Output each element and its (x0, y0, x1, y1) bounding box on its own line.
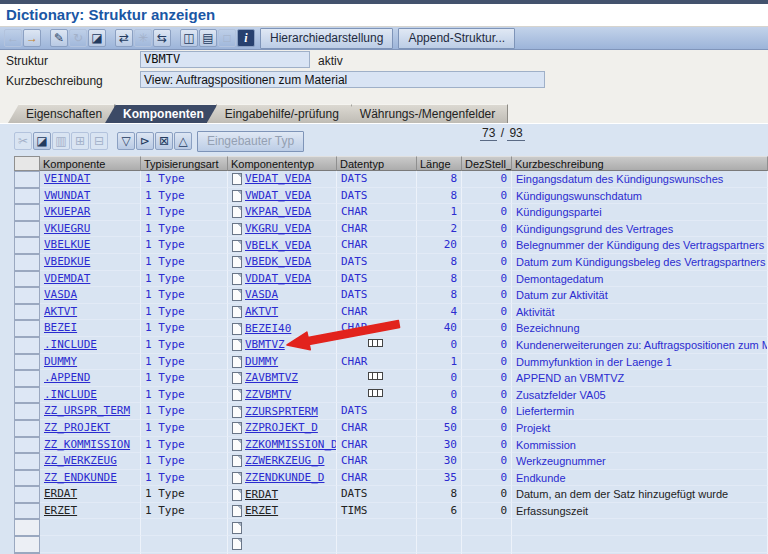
component-link[interactable]: BEZEI (44, 321, 77, 334)
row-select-cell[interactable] (14, 453, 40, 470)
row-select-cell[interactable] (14, 304, 40, 321)
row-select-cell[interactable] (14, 486, 40, 503)
component-link[interactable]: VDEMDAT (44, 272, 90, 285)
kurzbeschreibung-input[interactable]: View: Auftragspositionen zum Material (140, 71, 545, 88)
komponententyp-cell[interactable]: ZZWERKZEUG_D (228, 453, 337, 470)
component-cell[interactable]: VBEDKUE (40, 254, 141, 271)
hierarchy-boxes-icon[interactable]: ◫ (180, 29, 198, 47)
row-select-cell[interactable] (14, 254, 40, 271)
component-link[interactable]: VEINDAT (44, 172, 90, 185)
delete-entry-icon[interactable]: ⊠ (155, 132, 173, 150)
component-cell[interactable]: VKUEPAR (40, 204, 141, 221)
column-header-l-nge[interactable]: Länge (417, 156, 462, 171)
position-current[interactable]: 73 (480, 126, 497, 141)
komponententyp-cell[interactable]: ZZURSPRTERM (228, 403, 337, 420)
forward-icon[interactable]: → (23, 29, 41, 47)
component-link[interactable]: VWUNDAT (44, 189, 90, 202)
hierarchiedarstellung-button[interactable]: Hierarchiedarstellung (260, 28, 393, 49)
component-cell[interactable]: VEINDAT (40, 171, 141, 188)
komponententyp-link[interactable]: VBELK_VEDA (245, 239, 311, 253)
row-select-cell[interactable] (14, 437, 40, 454)
component-cell[interactable]: ZZ_WERKZEUG (40, 453, 141, 470)
where-used-icon[interactable]: ⇄ (115, 29, 133, 47)
komponententyp-cell[interactable]: ERZET (228, 503, 337, 520)
component-link[interactable]: VBELKUE (44, 238, 90, 251)
komponententyp-link[interactable]: VASDA (245, 288, 278, 302)
komponententyp-cell[interactable]: ZZENDKUNDE_D (228, 470, 337, 487)
component-cell[interactable]: VDEMDAT (40, 271, 141, 288)
component-cell[interactable]: BEZEI (40, 320, 141, 337)
komponententyp-cell[interactable]: ZAVBMTVZ (228, 370, 337, 387)
komponententyp-cell[interactable] (228, 536, 337, 553)
komponententyp-cell[interactable]: VKPAR_VEDA (228, 204, 337, 221)
component-cell[interactable]: .INCLUDE (40, 337, 141, 354)
komponententyp-cell[interactable]: AKTVT (228, 304, 337, 321)
row-select-cell[interactable] (14, 337, 40, 354)
append-struktur-button[interactable]: Append-Struktur... (398, 28, 515, 49)
component-cell[interactable] (40, 536, 141, 553)
column-header-datentyp[interactable]: Datentyp (337, 156, 417, 171)
tab-komponenten[interactable]: Komponenten (105, 104, 217, 123)
row-select-cell[interactable] (14, 354, 40, 371)
component-cell[interactable]: ZZ_ENDKUNDE (40, 470, 141, 487)
tab-eigenschaften[interactable]: Eigenschaften (8, 104, 115, 123)
component-link[interactable]: .APPEND (44, 371, 90, 384)
row-select-cell[interactable] (14, 536, 40, 553)
component-cell[interactable]: ZZ_KOMMISSION (40, 437, 141, 454)
row-select-cell[interactable] (14, 519, 40, 536)
komponententyp-cell[interactable]: VBELK_VEDA (228, 237, 337, 254)
komponententyp-link[interactable]: VDDAT_VEDA (245, 272, 311, 286)
component-cell[interactable]: ZZ_PROJEKT (40, 420, 141, 437)
table-position-indicator[interactable]: 73 / 93 (480, 126, 525, 140)
component-link[interactable]: VKUEGRU (44, 222, 90, 235)
komponententyp-link[interactable]: VEDAT_VEDA (245, 172, 311, 186)
komponententyp-link[interactable]: VKPAR_VEDA (245, 205, 311, 219)
row-select-cell[interactable] (14, 237, 40, 254)
print-icon[interactable]: ▤ (199, 29, 217, 47)
komponententyp-link[interactable]: ZZVBMTV (245, 388, 291, 402)
column-header-typisierungsart[interactable]: Typisierungsart (141, 156, 228, 171)
komponententyp-cell[interactable]: BEZEI40 (228, 320, 337, 337)
komponententyp-cell[interactable]: ZZKOMMISSION_D (228, 437, 337, 454)
column-header-kurzbeschreibung[interactable]: Kurzbeschreibung (512, 156, 768, 171)
komponententyp-cell[interactable]: VWDAT_VEDA (228, 188, 337, 205)
copy-icon[interactable]: ◪ (33, 132, 51, 150)
komponententyp-link[interactable]: ZAVBMTVZ (245, 371, 298, 385)
component-link[interactable]: .INCLUDE (44, 388, 97, 401)
column-header-komponente[interactable]: Komponente (40, 156, 141, 171)
komponententyp-link[interactable]: ZZWERKZEUG_D (245, 454, 324, 468)
component-link[interactable]: VKUEPAR (44, 205, 90, 218)
component-link[interactable]: AKTVT (44, 305, 77, 318)
komponententyp-cell[interactable]: VEDAT_VEDA (228, 171, 337, 188)
komponententyp-cell[interactable]: VASDA (228, 287, 337, 304)
component-link[interactable]: ZZ_WERKZEUG (44, 454, 117, 467)
component-link[interactable]: VBEDKUE (44, 255, 90, 268)
display-change-icon[interactable]: ✎ (50, 29, 68, 47)
insert-entry-icon[interactable]: ⊳ (136, 132, 154, 150)
row-select-cell[interactable] (14, 387, 40, 404)
component-link[interactable]: ERZET (44, 504, 77, 517)
row-select-cell[interactable] (14, 320, 40, 337)
komponententyp-cell[interactable]: VKGRU_VEDA (228, 221, 337, 238)
info-icon[interactable]: i (237, 29, 255, 47)
komponententyp-link[interactable]: ZZURSPRTERM (245, 405, 318, 419)
komponententyp-link[interactable]: VWDAT_VEDA (245, 189, 311, 203)
component-cell[interactable]: VKUEGRU (40, 221, 141, 238)
komponententyp-link[interactable]: ZZKOMMISSION_D (245, 438, 337, 452)
row-select-cell[interactable] (14, 470, 40, 487)
row-select-cell[interactable] (14, 271, 40, 288)
komponententyp-cell[interactable]: DUMMY (228, 354, 337, 371)
komponententyp-cell[interactable]: VBMTVZ (228, 337, 337, 354)
component-cell[interactable]: .INCLUDE (40, 387, 141, 404)
component-cell[interactable]: ZZ_URSPR_TERM (40, 403, 141, 420)
komponententyp-link[interactable]: ZZENDKUNDE_D (245, 471, 324, 485)
komponententyp-cell[interactable]: ZZPROJEKT_D (228, 420, 337, 437)
component-link[interactable]: ZZ_URSPR_TERM (44, 404, 130, 417)
column-header-dezstell[interactable]: DezStell_ (462, 156, 512, 171)
copy-object-icon[interactable]: ◪ (88, 29, 106, 47)
struktur-input[interactable]: VBMTV (140, 51, 310, 68)
component-link[interactable]: ZZ_ENDKUNDE (44, 471, 117, 484)
component-cell[interactable]: VBELKUE (40, 237, 141, 254)
row-select-cell[interactable] (14, 370, 40, 387)
komponententyp-link[interactable]: DUMMY (245, 355, 278, 369)
